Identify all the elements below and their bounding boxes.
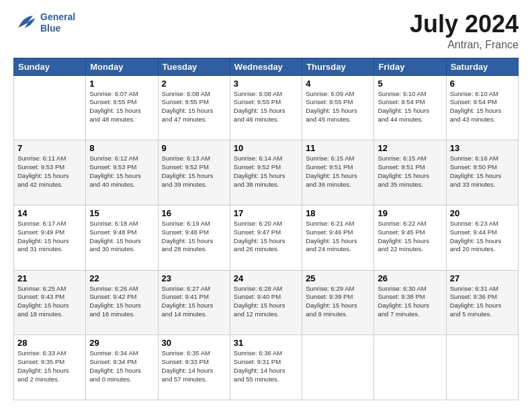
day-info: Sunrise: 6:19 AM Sunset: 9:48 PM Dayligh…	[162, 220, 226, 254]
subtitle: Antran, France	[410, 39, 519, 51]
day-info: Sunrise: 6:36 AM Sunset: 9:31 PM Dayligh…	[234, 349, 298, 383]
calendar-cell: 21Sunrise: 6:25 AM Sunset: 9:43 PM Dayli…	[14, 270, 86, 335]
calendar-week-row: 21Sunrise: 6:25 AM Sunset: 9:43 PM Dayli…	[14, 270, 519, 335]
calendar-cell: 29Sunrise: 6:34 AM Sunset: 9:34 PM Dayli…	[86, 335, 158, 400]
calendar-cell: 4Sunrise: 6:09 AM Sunset: 9:55 PM Daylig…	[302, 75, 374, 140]
day-number: 25	[306, 273, 370, 283]
day-number: 18	[306, 208, 370, 218]
col-wednesday: Wednesday	[230, 58, 302, 75]
logo-text: General Blue	[40, 11, 75, 34]
col-sunday: Sunday	[14, 58, 86, 75]
day-info: Sunrise: 6:14 AM Sunset: 9:52 PM Dayligh…	[234, 154, 298, 189]
day-info: Sunrise: 6:27 AM Sunset: 9:41 PM Dayligh…	[162, 285, 226, 319]
page: General Blue July 2024 Antran, France Su…	[0, 0, 532, 411]
calendar-cell: 23Sunrise: 6:27 AM Sunset: 9:41 PM Dayli…	[158, 270, 230, 335]
day-number: 23	[162, 273, 226, 283]
day-info: Sunrise: 6:15 AM Sunset: 9:51 PM Dayligh…	[378, 154, 442, 189]
day-number: 16	[162, 208, 226, 218]
day-info: Sunrise: 6:08 AM Sunset: 9:55 PM Dayligh…	[234, 90, 298, 124]
day-number: 31	[234, 338, 298, 348]
day-info: Sunrise: 6:33 AM Sunset: 9:35 PM Dayligh…	[17, 349, 82, 383]
calendar-week-row: 7Sunrise: 6:11 AM Sunset: 9:53 PM Daylig…	[14, 140, 519, 205]
calendar-cell	[374, 335, 446, 400]
day-number: 8	[89, 143, 154, 153]
day-number: 27	[450, 273, 515, 283]
day-info: Sunrise: 6:17 AM Sunset: 9:49 PM Dayligh…	[17, 220, 82, 254]
calendar-cell: 24Sunrise: 6:28 AM Sunset: 9:40 PM Dayli…	[230, 270, 302, 335]
calendar-cell: 18Sunrise: 6:21 AM Sunset: 9:46 PM Dayli…	[302, 205, 374, 270]
col-thursday: Thursday	[302, 58, 374, 75]
calendar-cell: 2Sunrise: 6:08 AM Sunset: 9:55 PM Daylig…	[158, 75, 230, 140]
day-info: Sunrise: 6:25 AM Sunset: 9:43 PM Dayligh…	[17, 285, 82, 319]
calendar-cell: 10Sunrise: 6:14 AM Sunset: 9:52 PM Dayli…	[230, 140, 302, 205]
day-info: Sunrise: 6:10 AM Sunset: 9:54 PM Dayligh…	[450, 90, 515, 124]
day-info: Sunrise: 6:18 AM Sunset: 9:48 PM Dayligh…	[89, 220, 154, 254]
day-info: Sunrise: 6:12 AM Sunset: 9:53 PM Dayligh…	[89, 154, 154, 189]
day-info: Sunrise: 6:11 AM Sunset: 9:53 PM Dayligh…	[17, 154, 82, 189]
col-tuesday: Tuesday	[158, 58, 230, 75]
day-number: 1	[89, 79, 154, 89]
calendar-cell: 3Sunrise: 6:08 AM Sunset: 9:55 PM Daylig…	[230, 75, 302, 140]
day-info: Sunrise: 6:07 AM Sunset: 9:55 PM Dayligh…	[89, 90, 154, 124]
day-number: 21	[17, 273, 82, 283]
day-info: Sunrise: 6:15 AM Sunset: 9:51 PM Dayligh…	[306, 154, 370, 189]
calendar-cell: 27Sunrise: 6:31 AM Sunset: 9:36 PM Dayli…	[446, 270, 518, 335]
calendar-week-row: 28Sunrise: 6:33 AM Sunset: 9:35 PM Dayli…	[14, 335, 519, 400]
day-info: Sunrise: 6:21 AM Sunset: 9:46 PM Dayligh…	[306, 220, 370, 254]
col-friday: Friday	[374, 58, 446, 75]
calendar-cell: 14Sunrise: 6:17 AM Sunset: 9:49 PM Dayli…	[14, 205, 86, 270]
calendar-week-row: 1Sunrise: 6:07 AM Sunset: 9:55 PM Daylig…	[14, 75, 519, 140]
day-info: Sunrise: 6:34 AM Sunset: 9:34 PM Dayligh…	[89, 349, 154, 383]
calendar-cell: 11Sunrise: 6:15 AM Sunset: 9:51 PM Dayli…	[302, 140, 374, 205]
day-info: Sunrise: 6:29 AM Sunset: 9:39 PM Dayligh…	[306, 285, 370, 319]
calendar-cell: 1Sunrise: 6:07 AM Sunset: 9:55 PM Daylig…	[86, 75, 158, 140]
main-title: July 2024	[410, 11, 519, 38]
calendar-cell	[14, 75, 86, 140]
day-number: 15	[89, 208, 154, 218]
calendar-cell: 6Sunrise: 6:10 AM Sunset: 9:54 PM Daylig…	[446, 75, 518, 140]
title-block: July 2024 Antran, France	[410, 11, 519, 51]
day-info: Sunrise: 6:10 AM Sunset: 9:54 PM Dayligh…	[378, 90, 442, 124]
calendar-cell: 31Sunrise: 6:36 AM Sunset: 9:31 PM Dayli…	[230, 335, 302, 400]
day-number: 12	[378, 143, 442, 153]
calendar-cell: 12Sunrise: 6:15 AM Sunset: 9:51 PM Dayli…	[374, 140, 446, 205]
day-info: Sunrise: 6:08 AM Sunset: 9:55 PM Dayligh…	[162, 90, 226, 124]
calendar-cell: 5Sunrise: 6:10 AM Sunset: 9:54 PM Daylig…	[374, 75, 446, 140]
day-info: Sunrise: 6:20 AM Sunset: 9:47 PM Dayligh…	[234, 220, 298, 254]
day-info: Sunrise: 6:28 AM Sunset: 9:40 PM Dayligh…	[234, 285, 298, 319]
calendar-cell: 30Sunrise: 6:35 AM Sunset: 9:33 PM Dayli…	[158, 335, 230, 400]
calendar-cell: 25Sunrise: 6:29 AM Sunset: 9:39 PM Dayli…	[302, 270, 374, 335]
day-number: 14	[17, 208, 82, 218]
calendar-table: Sunday Monday Tuesday Wednesday Thursday…	[13, 58, 519, 400]
day-number: 9	[162, 143, 226, 153]
calendar-cell: 15Sunrise: 6:18 AM Sunset: 9:48 PM Dayli…	[86, 205, 158, 270]
calendar-cell: 26Sunrise: 6:30 AM Sunset: 9:38 PM Dayli…	[374, 270, 446, 335]
day-number: 7	[17, 143, 82, 153]
calendar-cell: 8Sunrise: 6:12 AM Sunset: 9:53 PM Daylig…	[86, 140, 158, 205]
calendar-cell: 7Sunrise: 6:11 AM Sunset: 9:53 PM Daylig…	[14, 140, 86, 205]
day-number: 24	[234, 273, 298, 283]
logo-icon	[13, 11, 38, 35]
day-number: 2	[162, 79, 226, 89]
day-info: Sunrise: 6:09 AM Sunset: 9:55 PM Dayligh…	[306, 90, 370, 124]
day-number: 3	[234, 79, 298, 89]
day-info: Sunrise: 6:31 AM Sunset: 9:36 PM Dayligh…	[450, 285, 515, 319]
day-info: Sunrise: 6:22 AM Sunset: 9:45 PM Dayligh…	[378, 220, 442, 254]
day-number: 11	[306, 143, 370, 153]
day-number: 13	[450, 143, 515, 153]
col-saturday: Saturday	[446, 58, 518, 75]
day-info: Sunrise: 6:35 AM Sunset: 9:33 PM Dayligh…	[162, 349, 226, 383]
day-number: 28	[17, 338, 82, 348]
calendar-header-row: Sunday Monday Tuesday Wednesday Thursday…	[14, 58, 519, 75]
col-monday: Monday	[86, 58, 158, 75]
calendar-week-row: 14Sunrise: 6:17 AM Sunset: 9:49 PM Dayli…	[14, 205, 519, 270]
day-number: 6	[450, 79, 515, 89]
calendar-cell: 16Sunrise: 6:19 AM Sunset: 9:48 PM Dayli…	[158, 205, 230, 270]
logo: General Blue	[13, 11, 75, 35]
day-number: 19	[378, 208, 442, 218]
day-number: 17	[234, 208, 298, 218]
calendar-cell: 19Sunrise: 6:22 AM Sunset: 9:45 PM Dayli…	[374, 205, 446, 270]
calendar-cell	[446, 335, 518, 400]
calendar-cell: 13Sunrise: 6:16 AM Sunset: 9:50 PM Dayli…	[446, 140, 518, 205]
day-number: 22	[89, 273, 154, 283]
